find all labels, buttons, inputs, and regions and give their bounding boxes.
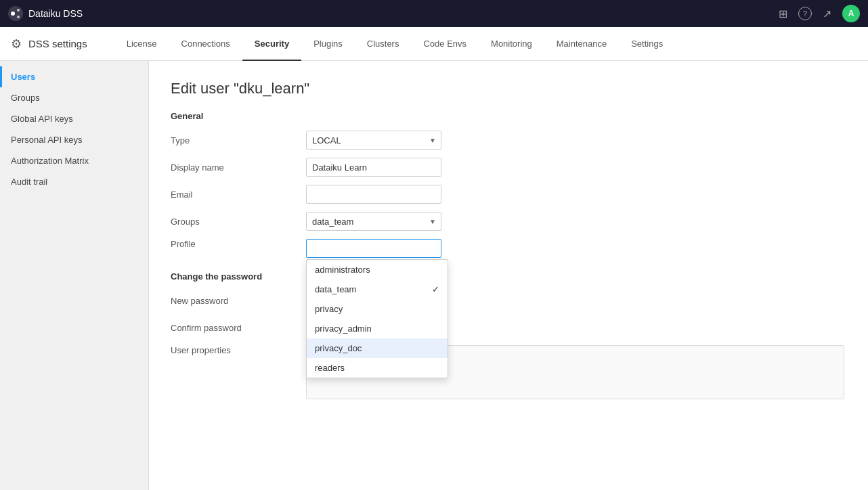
type-select[interactable]: LOCAL LDAP SSO bbox=[306, 131, 441, 150]
type-label: Type bbox=[171, 135, 306, 146]
main-layout: Users Groups Global API keys Personal AP… bbox=[0, 61, 868, 490]
topbar-icons: ⊞ ? ↗ A bbox=[779, 5, 860, 22]
groups-select[interactable]: data_team administrators readers bbox=[306, 212, 441, 231]
settings-bar-title: DSS settings bbox=[28, 38, 87, 49]
svg-point-2 bbox=[17, 9, 20, 12]
nav-item-monitoring[interactable]: Monitoring bbox=[479, 28, 544, 62]
change-password-section: Change the password bbox=[171, 271, 846, 282]
nav-item-maintenance[interactable]: Maintenance bbox=[544, 28, 619, 62]
email-row: Email bbox=[171, 185, 846, 204]
dropdown-item-privacy-admin[interactable]: privacy_admin bbox=[307, 319, 448, 338]
dropdown-item-label: privacy_admin bbox=[315, 324, 372, 334]
dropdown-item-readers[interactable]: readers bbox=[307, 358, 448, 378]
sidebar-item-authorization-matrix[interactable]: Authorization Matrix bbox=[0, 150, 148, 171]
confirm-password-label: Confirm password bbox=[171, 323, 306, 333]
sidebar-item-users[interactable]: Users bbox=[0, 66, 148, 87]
nav-item-plugins[interactable]: Plugins bbox=[301, 28, 355, 62]
new-password-row: New password bbox=[171, 291, 846, 310]
svg-point-0 bbox=[8, 6, 23, 21]
groups-row: Groups data_team administrators readers … bbox=[171, 212, 846, 231]
user-properties-row: User properties bbox=[171, 345, 846, 399]
sidebar-item-global-api-keys[interactable]: Global API keys bbox=[0, 108, 148, 129]
settings-nav: License Connections Security Plugins Clu… bbox=[114, 27, 675, 60]
dropdown-item-label: readers bbox=[315, 363, 345, 373]
sidebar: Users Groups Global API keys Personal AP… bbox=[0, 61, 149, 490]
dataiku-logo-icon bbox=[8, 6, 23, 21]
content-area: Edit user "dku_learn" General Type LOCAL… bbox=[149, 61, 868, 490]
dropdown-item-privacy-doc[interactable]: privacy_doc bbox=[307, 338, 448, 358]
groups-select-wrap: data_team administrators readers ▼ bbox=[306, 212, 441, 231]
profile-row: Profile administrators data_team ✓ priva… bbox=[171, 239, 846, 258]
profile-dropdown: administrators data_team ✓ privacy priva… bbox=[306, 259, 448, 378]
display-name-row: Display name bbox=[171, 158, 846, 177]
sidebar-item-audit-trail[interactable]: Audit trail bbox=[0, 171, 148, 192]
page-title: Edit user "dku_learn" bbox=[171, 80, 846, 97]
gear-icon: ⚙ bbox=[11, 37, 22, 51]
email-input[interactable] bbox=[306, 185, 441, 204]
nav-item-code-envs[interactable]: Code Envs bbox=[411, 28, 479, 62]
sidebar-item-groups[interactable]: Groups bbox=[0, 87, 148, 108]
dropdown-item-label: privacy_doc bbox=[315, 343, 362, 353]
nav-item-settings[interactable]: Settings bbox=[619, 28, 675, 62]
checkmark-icon: ✓ bbox=[432, 284, 439, 294]
profile-input[interactable] bbox=[306, 239, 441, 258]
dropdown-item-privacy[interactable]: privacy bbox=[307, 299, 448, 319]
user-avatar[interactable]: A bbox=[842, 5, 860, 22]
nav-item-security[interactable]: Security bbox=[242, 28, 301, 62]
nav-item-license[interactable]: License bbox=[114, 28, 169, 62]
chart-icon[interactable]: ↗ bbox=[823, 7, 831, 20]
general-section-title: General bbox=[171, 111, 846, 121]
settings-bar: ⚙ DSS settings License Connections Secur… bbox=[0, 27, 868, 61]
change-password-title: Change the password bbox=[171, 271, 846, 282]
groups-label: Groups bbox=[171, 217, 306, 227]
dropdown-item-label: data_team bbox=[315, 284, 356, 294]
confirm-password-row: Confirm password bbox=[171, 318, 846, 337]
topbar: Dataiku DSS ⊞ ? ↗ A bbox=[0, 0, 868, 27]
dropdown-item-label: privacy bbox=[315, 304, 343, 314]
dropdown-item-administrators[interactable]: administrators bbox=[307, 260, 448, 280]
dropdown-item-label: administrators bbox=[315, 265, 370, 275]
app-name-label: Dataiku DSS bbox=[28, 8, 83, 19]
display-name-label: Display name bbox=[171, 162, 306, 173]
nav-item-connections[interactable]: Connections bbox=[169, 28, 242, 62]
sidebar-item-personal-api-keys[interactable]: Personal API keys bbox=[0, 129, 148, 150]
svg-point-3 bbox=[17, 16, 20, 18]
profile-field-wrap: administrators data_team ✓ privacy priva… bbox=[306, 239, 441, 258]
grid-icon[interactable]: ⊞ bbox=[779, 7, 787, 20]
type-select-wrap: LOCAL LDAP SSO ▼ bbox=[306, 131, 441, 150]
user-properties-label: User properties bbox=[171, 345, 306, 355]
app-logo: Dataiku DSS bbox=[8, 6, 83, 21]
profile-label: Profile bbox=[171, 239, 306, 249]
help-icon[interactable]: ? bbox=[798, 7, 812, 20]
dropdown-item-data-team[interactable]: data_team ✓ bbox=[307, 280, 448, 299]
type-row: Type LOCAL LDAP SSO ▼ bbox=[171, 131, 846, 150]
email-label: Email bbox=[171, 190, 306, 200]
display-name-input[interactable] bbox=[306, 158, 441, 177]
nav-item-clusters[interactable]: Clusters bbox=[355, 28, 412, 62]
svg-point-1 bbox=[11, 12, 15, 16]
new-password-label: New password bbox=[171, 296, 306, 306]
